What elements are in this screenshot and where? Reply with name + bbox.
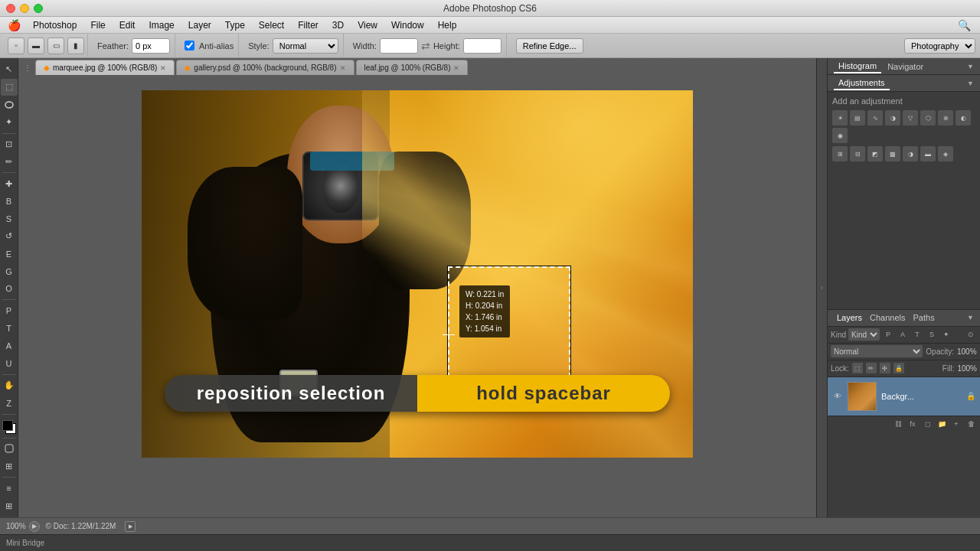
crop-tool[interactable]: ⊡ — [1, 136, 18, 153]
menu-file[interactable]: File — [84, 18, 111, 32]
layers-tab[interactable]: Layers — [834, 311, 865, 324]
brightness-contrast-icon[interactable]: ☀ — [832, 110, 848, 126]
hand-tool[interactable]: ✋ — [1, 377, 18, 394]
bw-icon[interactable]: ◐ — [956, 110, 971, 126]
zoom-indicator[interactable]: ▶ — [29, 521, 40, 532]
gradient-tool[interactable]: G — [1, 263, 18, 280]
mini-bridge-bar[interactable]: Mini Bridge — [0, 534, 980, 551]
new-group-btn[interactable]: 📁 — [936, 418, 948, 430]
menu-window[interactable]: Window — [385, 18, 430, 32]
dodge-tool[interactable]: O — [1, 281, 18, 298]
marquee-tool[interactable]: ⬚ — [1, 79, 18, 96]
panel-options-arrow[interactable]: ▼ — [967, 63, 974, 70]
extra-tool-1[interactable]: ≡ — [1, 480, 18, 497]
invert-icon[interactable]: ◩ — [867, 146, 883, 161]
add-selection-btn[interactable]: ▬ — [28, 37, 44, 54]
history-brush-tool[interactable]: ↺ — [1, 228, 18, 245]
channel-mixer-icon[interactable]: ⊞ — [832, 146, 848, 161]
lock-transparent-btn[interactable]: ⬚ — [852, 363, 863, 373]
anti-alias-checkbox[interactable] — [185, 41, 194, 51]
status-info-btn[interactable]: ▶ — [125, 521, 136, 532]
type-filter-btn[interactable]: T — [911, 328, 923, 341]
height-input[interactable] — [463, 38, 501, 54]
background-layer-row[interactable]: 👁 Backgr... 🔒 — [828, 377, 980, 416]
menu-layer[interactable]: Layer — [182, 18, 217, 32]
minimize-button[interactable] — [20, 4, 29, 13]
color-lookup-icon[interactable]: ⊟ — [850, 146, 865, 161]
menu-filter[interactable]: Filter — [292, 18, 325, 32]
blend-mode-select[interactable]: Normal Multiply Screen Overlay — [831, 345, 923, 357]
color-balance-icon[interactable]: ⊕ — [938, 110, 953, 126]
threshold-icon[interactable]: ◑ — [903, 146, 918, 161]
link-layers-btn[interactable]: ⛓ — [892, 418, 904, 430]
menu-view[interactable]: View — [351, 18, 384, 32]
menu-edit[interactable]: Edit — [113, 18, 142, 32]
extra-tool-2[interactable]: ⊞ — [1, 497, 18, 514]
quick-mask-btn[interactable] — [1, 441, 18, 458]
lock-image-btn[interactable]: ✏ — [866, 363, 877, 373]
pen-tool[interactable]: P — [1, 302, 18, 319]
layers-options-arrow[interactable]: ▼ — [967, 314, 974, 321]
intersect-selection-btn[interactable]: ▮ — [67, 37, 84, 54]
tab-leaf[interactable]: leaf.jpg @ 100% (RGB/8) ✕ — [356, 60, 469, 75]
curves-icon[interactable]: ∿ — [867, 110, 883, 126]
zoom-tool[interactable]: Z — [1, 395, 18, 412]
add-style-btn[interactable]: fx — [906, 418, 919, 430]
menu-help[interactable]: Help — [432, 18, 463, 32]
fg-bg-colors[interactable] — [1, 419, 18, 435]
menu-image[interactable]: Image — [142, 18, 180, 32]
maximize-button[interactable] — [34, 4, 43, 13]
hue-saturation-icon[interactable]: ⬡ — [920, 110, 936, 126]
menu-select[interactable]: Select — [253, 18, 290, 32]
tab-gallery[interactable]: ◆ gallery.psd @ 100% (background, RGB/8)… — [176, 60, 354, 75]
healing-brush-tool[interactable]: ✚ — [1, 175, 18, 192]
lock-position-btn[interactable]: ✣ — [880, 363, 890, 373]
selective-color-icon[interactable]: ◈ — [938, 146, 953, 161]
type-tool[interactable]: T — [1, 320, 18, 337]
workspace-select[interactable]: Photography Essentials Design — [904, 38, 975, 54]
eraser-tool[interactable]: E — [1, 246, 18, 262]
adjustments-tab[interactable]: Adjustments — [834, 77, 890, 90]
adjust-filter-btn[interactable]: A — [897, 328, 909, 341]
magic-wand-tool[interactable]: ✦ — [1, 114, 18, 131]
gradient-map-icon[interactable]: ▬ — [920, 146, 936, 161]
add-mask-btn[interactable]: ◻ — [921, 418, 933, 430]
document-canvas[interactable]: W: 0.221 in H: 0.204 in X: 1.746 in Y: 1… — [18, 90, 816, 458]
menu-type[interactable]: Type — [219, 18, 251, 32]
tab-close-1[interactable]: ✕ — [160, 64, 166, 72]
shape-filter-btn[interactable]: S — [926, 328, 938, 341]
kind-filter-select[interactable]: Kind — [848, 328, 880, 341]
photo-filter-icon[interactable]: ◉ — [832, 128, 848, 143]
clone-stamp-tool[interactable]: S — [1, 210, 18, 227]
channels-tab[interactable]: Channels — [867, 311, 908, 324]
eyedropper-tool[interactable]: ✏ — [1, 153, 18, 170]
collapse-panels-btn[interactable]: ⋮ — [20, 60, 35, 75]
menu-3d[interactable]: 3D — [326, 18, 350, 32]
layer-visibility-eye[interactable]: 👁 — [832, 391, 843, 402]
smart-filter-btn[interactable]: ✦ — [940, 328, 952, 341]
lock-all-btn[interactable]: 🔒 — [893, 363, 904, 373]
screen-mode-btn[interactable]: ⊞ — [1, 458, 18, 474]
new-layer-btn[interactable]: + — [950, 418, 962, 430]
posterize-icon[interactable]: ▩ — [885, 146, 900, 161]
apple-menu[interactable]: 🍎 — [8, 19, 21, 31]
new-selection-btn[interactable]: ▫ — [8, 37, 24, 54]
histogram-tab[interactable]: Histogram — [834, 60, 881, 73]
tab-close-3[interactable]: ✕ — [453, 64, 459, 72]
path-selection-tool[interactable]: A — [1, 337, 18, 354]
adjustments-options-arrow[interactable]: ▼ — [967, 80, 974, 87]
menu-photoshop[interactable]: Photoshop — [27, 18, 83, 32]
swap-dimensions-icon[interactable]: ⇄ — [421, 40, 430, 52]
exposure-icon[interactable]: ◑ — [885, 110, 900, 126]
filter-toggle-btn[interactable]: ⊙ — [965, 328, 977, 341]
shape-tool[interactable]: U — [1, 355, 18, 372]
tab-close-2[interactable]: ✕ — [340, 64, 346, 72]
lasso-tool[interactable] — [1, 96, 18, 113]
subtract-selection-btn[interactable]: ▭ — [47, 37, 64, 54]
pixel-filter-btn[interactable]: P — [882, 328, 894, 341]
tab-marquee[interactable]: ◆ marquee.jpg @ 100% (RGB/8) ✕ — [35, 60, 175, 75]
brush-tool[interactable]: B — [1, 193, 18, 210]
close-button[interactable] — [6, 4, 15, 13]
vibrance-icon[interactable]: ▽ — [903, 110, 918, 126]
style-select[interactable]: Normal Fixed Ratio Fixed Size — [273, 38, 338, 54]
